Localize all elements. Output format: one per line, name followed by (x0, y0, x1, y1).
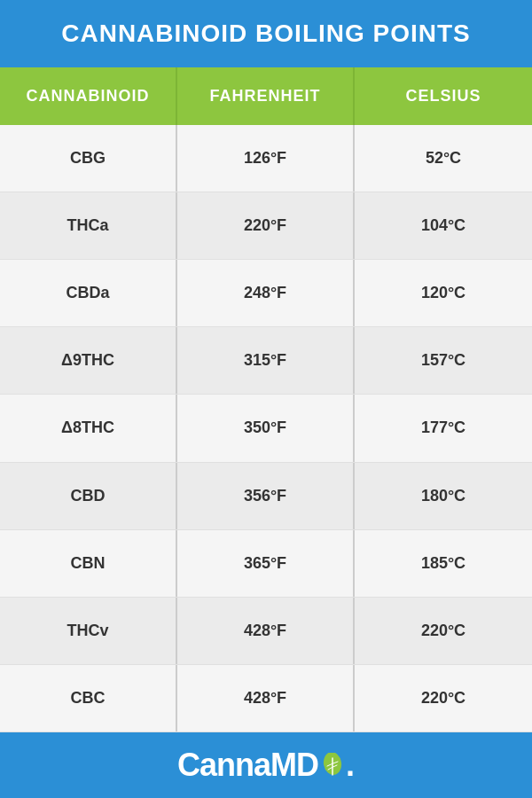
footer: CannaMD . (0, 732, 532, 798)
page-title: CANNABINOID BOILING POINTS (61, 20, 471, 47)
cell-celsius: 120°C (355, 260, 532, 326)
table-row: CBDa248°F120°C (0, 260, 532, 327)
cell-celsius: 180°C (355, 463, 532, 529)
cell-fahrenheit: 365°F (177, 530, 355, 597)
table-row: CBD356°F180°C (0, 463, 532, 530)
cell-fahrenheit: 248°F (177, 260, 355, 326)
cell-cannabinoid: CBC (0, 665, 177, 732)
cell-cannabinoid: CBD (0, 463, 177, 529)
cell-cannabinoid: Δ9THC (0, 327, 177, 394)
cell-cannabinoid: THCv (0, 598, 177, 664)
cell-celsius: 220°C (355, 598, 532, 664)
cell-fahrenheit: 428°F (177, 665, 355, 732)
table-row: CBG126°F52°C (0, 125, 532, 192)
table-row: THCv428°F220°C (0, 598, 532, 665)
brand-logo: CannaMD . (177, 747, 355, 784)
table-header-row: CANNABINOID FAHRENHEIT CELSIUS (0, 67, 532, 125)
cell-celsius: 52°C (355, 125, 532, 192)
main-table: CANNABINOID FAHRENHEIT CELSIUS CBG126°F5… (0, 67, 532, 732)
cell-fahrenheit: 356°F (177, 463, 355, 529)
table-row: CBN365°F185°C (0, 530, 532, 598)
brand-period: . (346, 747, 355, 784)
cell-celsius: 177°C (355, 395, 532, 461)
cell-fahrenheit: 350°F (177, 395, 355, 461)
cell-cannabinoid: CBDa (0, 260, 177, 326)
table-body: CBG126°F52°CTHCa220°F104°CCBDa248°F120°C… (0, 125, 532, 732)
col-header-celsius: CELSIUS (355, 67, 532, 125)
cell-cannabinoid: Δ8THC (0, 395, 177, 461)
table-row: CBC428°F220°C (0, 665, 532, 732)
leaf-icon (320, 753, 345, 778)
col-header-cannabinoid: CANNABINOID (0, 67, 177, 125)
table-row: Δ9THC315°F157°C (0, 327, 532, 395)
cell-cannabinoid: CBN (0, 530, 177, 597)
cell-fahrenheit: 315°F (177, 327, 355, 394)
col-header-fahrenheit: FAHRENHEIT (177, 67, 355, 125)
table-row: THCa220°F104°C (0, 192, 532, 260)
cell-celsius: 157°C (355, 327, 532, 394)
brand-name: CannaMD (177, 747, 318, 784)
cell-cannabinoid: CBG (0, 125, 177, 192)
page-header: CANNABINOID BOILING POINTS (0, 0, 532, 67)
cell-celsius: 185°C (355, 530, 532, 597)
cell-fahrenheit: 126°F (177, 125, 355, 192)
cell-celsius: 220°C (355, 665, 532, 732)
cell-fahrenheit: 428°F (177, 598, 355, 664)
cell-fahrenheit: 220°F (177, 192, 355, 259)
table-row: Δ8THC350°F177°C (0, 395, 532, 462)
cell-celsius: 104°C (355, 192, 532, 259)
cell-cannabinoid: THCa (0, 192, 177, 259)
